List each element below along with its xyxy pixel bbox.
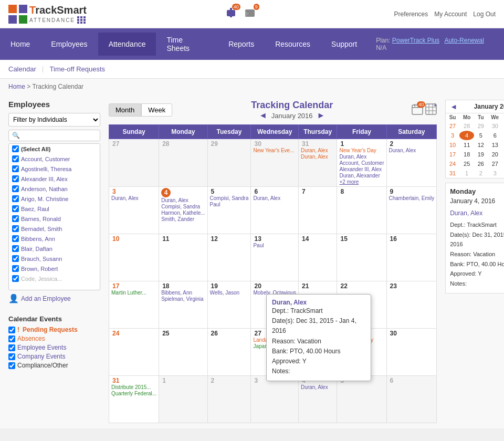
cal-cell-5-1[interactable]: 1	[159, 376, 207, 423]
cal-cell-5-6[interactable]: 6	[386, 376, 437, 423]
cal-event[interactable]: Compisi, Sandra	[161, 204, 205, 209]
breadcrumb-home[interactable]: Home	[8, 83, 25, 90]
my-account-link[interactable]: My Account	[434, 10, 467, 18]
employee-search-input[interactable]	[8, 130, 100, 141]
mini-day-3-3[interactable]: 20	[487, 150, 502, 159]
mini-day-4-3[interactable]: 27	[487, 159, 502, 169]
auto-renewal-link[interactable]: Auto-Renewal	[444, 37, 484, 44]
event-company-events[interactable]: Company Events	[8, 353, 100, 360]
event-employee-events[interactable]: Employee Events	[8, 344, 100, 351]
mini-day-0-3[interactable]: 30	[487, 121, 502, 131]
mini-day-0-0[interactable]: 27	[446, 121, 459, 131]
cal-cell-3-1[interactable]: 18Bibbens, AnnSpielman, Virginia	[159, 281, 207, 329]
subnav-timeoff[interactable]: Time-off Requests	[46, 64, 110, 74]
mini-day-0-1[interactable]: 28	[459, 121, 474, 131]
cal-cell-0-1[interactable]: 28	[159, 139, 207, 187]
event-compliance[interactable]: Compliance/Other	[8, 362, 100, 369]
employee-item-9[interactable]: Blair, Daftan	[9, 244, 100, 254]
add-employee-btn[interactable]: 👤 Add an Employee	[8, 290, 100, 307]
cal-cell-1-0[interactable]: 3Duran, Alex	[109, 187, 159, 234]
mini-day-5-2[interactable]: 2	[474, 169, 487, 178]
cal-cell-0-3[interactable]: 30New Year's Eve...	[251, 139, 299, 187]
cal-event[interactable]: Duran, Alexander	[339, 173, 384, 178]
cal-cell-4-1[interactable]: 25	[159, 329, 207, 376]
preferences-link[interactable]: Preferences	[394, 10, 428, 18]
cal-cell-5-3[interactable]: 3	[251, 376, 299, 423]
cal-cell-1-2[interactable]: 5Compisi, SandraPaul	[207, 187, 251, 234]
employee-item-8[interactable]: Bibbens, Ann	[9, 234, 100, 244]
nav-timesheets[interactable]: Time Sheets	[156, 28, 218, 60]
cal-event[interactable]: Quarterly Federal...	[111, 391, 156, 396]
logout-link[interactable]: Log Out	[473, 10, 496, 18]
employee-item-7[interactable]: Bernadel, Smith	[9, 224, 100, 234]
cal-event[interactable]: Duran, Alex	[389, 148, 435, 153]
cal-cell-2-1[interactable]: 11	[159, 234, 207, 281]
nav-reports[interactable]: Reports	[218, 33, 265, 56]
employee-item-10[interactable]: Brauch, Susann	[9, 254, 100, 264]
mini-day-3-2[interactable]: 19	[474, 150, 487, 159]
prev-month-btn[interactable]: ◄	[259, 111, 267, 120]
mini-day-2-1[interactable]: 11	[459, 140, 474, 150]
cal-cell-1-6[interactable]: 9Chamberlain, Emily	[386, 187, 437, 234]
cal-event[interactable]: New Year's Eve...	[253, 148, 296, 153]
cal-event[interactable]: Distribute 2015...	[111, 384, 156, 390]
mini-day-0-2[interactable]: 29	[474, 121, 487, 131]
employee-item-4[interactable]: Arigo, M. Christine	[9, 194, 100, 204]
filter-select[interactable]: Filter by Individuals	[8, 113, 100, 127]
cal-event[interactable]: New Year's Day	[339, 148, 384, 153]
week-view-btn[interactable]: Week	[141, 103, 172, 117]
notification-bell[interactable]: 40	[225, 7, 237, 21]
cal-event[interactable]: Harmon, Kathele...	[161, 210, 205, 216]
mini-day-4-1[interactable]: 25	[459, 159, 474, 169]
month-view-btn[interactable]: Month	[109, 103, 141, 117]
cal-cell-1-4[interactable]: 7	[298, 187, 337, 234]
cal-event[interactable]: Compisi, Sandra	[210, 195, 249, 201]
plan-link[interactable]: PowerTrack Plus	[392, 37, 439, 44]
cal-cell-0-5[interactable]: 1New Year's DayDuran, AlexAccount, Custo…	[337, 139, 386, 187]
nav-resources[interactable]: Resources	[265, 33, 321, 56]
mini-cal-prev[interactable]: ◄	[450, 102, 457, 111]
cal-event[interactable]: Account, Customer	[339, 160, 384, 166]
cal-event[interactable]: Smith, Zander	[161, 216, 205, 222]
mini-day-2-2[interactable]: 12	[474, 140, 487, 150]
cal-event[interactable]: Duran, Alex	[161, 197, 205, 203]
cal-event[interactable]: Bibbens, Ann	[161, 290, 205, 296]
cal-event[interactable]: Duran, Alex	[301, 154, 334, 160]
cal-event[interactable]: Spielman, Virginia	[161, 296, 205, 302]
cal-cell-4-2[interactable]: 26	[207, 329, 251, 376]
nav-support[interactable]: Support	[321, 33, 368, 56]
cal-cell-2-4[interactable]: 14	[298, 234, 337, 281]
employee-item-1[interactable]: Agostinelli, Theresa	[9, 164, 100, 174]
employee-item-5[interactable]: Baez, Raul	[9, 204, 100, 214]
cal-cell-2-6[interactable]: 16	[386, 234, 437, 281]
mini-day-4-2[interactable]: 26	[474, 159, 487, 169]
cal-event[interactable]: Alexander III, Alex	[339, 166, 384, 172]
cal-event[interactable]: Paul	[210, 202, 249, 207]
detail-name-text[interactable]: Duran, Alex	[450, 209, 482, 217]
event-absences[interactable]: Absences	[8, 335, 100, 342]
cal-event[interactable]: Duran, Alex	[111, 195, 156, 201]
cal-cell-3-6[interactable]: 23	[386, 281, 437, 329]
cal-cell-4-6[interactable]: 30	[386, 329, 437, 376]
subnav-calendar[interactable]: Calendar	[8, 64, 40, 74]
mini-day-1-1[interactable]: 4	[459, 131, 474, 140]
cal-cell-4-0[interactable]: 24	[109, 329, 159, 376]
cal-event[interactable]: Chamberlain, Emily	[389, 195, 435, 201]
event-pending[interactable]: ! Pending Requests	[8, 326, 100, 333]
add-col-btn[interactable]: +	[425, 103, 437, 117]
cal-cell-1-1[interactable]: 4Duran, AlexCompisi, SandraHarmon, Kathe…	[159, 187, 207, 234]
cal-event[interactable]: Duran, Alex	[253, 195, 296, 201]
cal-cell-5-2[interactable]: 2	[207, 376, 251, 423]
cal-event[interactable]: Wells, Jason	[210, 290, 249, 296]
mini-day-3-1[interactable]: 18	[459, 150, 474, 159]
cal-cell-0-0[interactable]: 27	[109, 139, 159, 187]
cal-cell-2-2[interactable]: 12	[207, 234, 251, 281]
cal-event[interactable]: Duran, Alex	[301, 148, 334, 153]
cal-cell-3-2[interactable]: 19Wells, Jason	[207, 281, 251, 329]
mini-day-5-0[interactable]: 31	[446, 169, 459, 178]
employee-item-0[interactable]: Account, Customer	[9, 154, 100, 164]
mini-day-2-0[interactable]: 10	[446, 140, 459, 150]
mini-day-3-0[interactable]: 17	[446, 150, 459, 159]
cal-cell-1-3[interactable]: 6Duran, Alex	[251, 187, 299, 234]
employee-item-12[interactable]: Code, Jessica...	[9, 274, 100, 284]
